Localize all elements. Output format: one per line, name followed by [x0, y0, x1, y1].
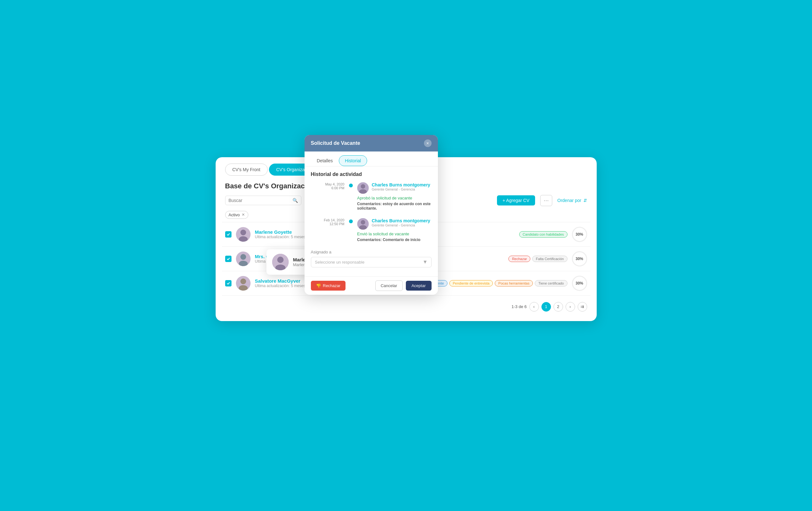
pagination-summary: 1-3 de 6 [512, 304, 527, 309]
badge-candidate: Candidato con habilidades [519, 231, 568, 237]
timeline-avatar-img [357, 182, 369, 194]
badges: Rechazar Falta Certificación [509, 256, 567, 262]
page-prev-start[interactable]: ‹ [529, 302, 539, 312]
sort-icon: ⇵ [583, 198, 587, 203]
search-icon[interactable]: 🔍 [292, 198, 298, 203]
cv-avatar [236, 276, 251, 291]
cv-avatar [236, 227, 251, 242]
svg-point-3 [239, 261, 248, 266]
check-icon [226, 281, 230, 285]
page-last[interactable]: ⇉ [578, 302, 587, 312]
timeline-date-col: May 4, 2020 6:00 PM [316, 182, 345, 210]
search-box[interactable]: 🔍 [225, 196, 301, 205]
percent-circle: 30% [572, 251, 587, 266]
timeline-person: Charles Burns montgomery Gerente General… [357, 218, 432, 230]
modal-body: Historial de actividad May 4, 2020 6:00 … [304, 166, 438, 276]
history-title: Historial de actividad [311, 171, 432, 177]
timeline-item: May 4, 2020 6:00 PM [316, 182, 432, 210]
timeline-person-role: Gerente General - Gerencia [372, 223, 430, 227]
timeline-content: Charles Burns montgomery Gerente General… [357, 218, 432, 242]
badge-reject: Rechazar [509, 256, 530, 262]
more-options-button[interactable]: ⋯ [540, 195, 552, 206]
avatar-silhouette [236, 252, 251, 266]
modal-title: Solicitud de Vacante [311, 140, 360, 146]
page-2[interactable]: 2 [553, 302, 563, 312]
timeline-time: 12:50 PM [319, 222, 345, 226]
timeline-comment: Comentarios: estoy de acuerdo con este s… [357, 202, 432, 210]
check-icon [226, 257, 230, 261]
page-next[interactable]: › [566, 302, 575, 312]
pagination: 1-3 de 6 ‹ 1 2 › ⇉ [215, 296, 597, 312]
percent-circle: 30% [572, 227, 587, 242]
timeline-person-role: Gerente General - Gerencia [372, 188, 430, 191]
order-by-button[interactable]: Ordenar por ⇵ [557, 198, 587, 203]
row-checkbox[interactable] [225, 280, 232, 286]
accept-button[interactable]: Aceptar [406, 281, 432, 291]
search-input[interactable] [229, 198, 290, 203]
badge-tools: Pocas herramientas [495, 280, 533, 286]
remove-filter-icon[interactable]: ✕ [242, 212, 245, 217]
svg-point-0 [240, 230, 246, 235]
cv-avatar [236, 252, 251, 266]
thumbs-down-icon: 👎 [316, 283, 321, 288]
svg-point-5 [239, 285, 248, 291]
badges: Candidato con habilidades [519, 231, 568, 237]
timeline-person: Charles Burns montgomery Gerente General… [357, 182, 432, 194]
assigned-label: Asignado a [311, 250, 432, 254]
row-checkbox[interactable] [225, 231, 232, 237]
svg-point-7 [277, 257, 284, 263]
modal-footer: 👎 Rechazar Cancelar Aceptar [304, 276, 438, 295]
page-1[interactable]: 1 [542, 302, 551, 312]
modal-tabs: Detalles Historial [304, 151, 438, 166]
modal-header: Solicitud de Vacante × [304, 135, 438, 151]
badge-cert: Tiene certificado [535, 280, 567, 286]
timeline-item: Feb 14, 2020 12:50 PM [316, 218, 432, 242]
tooltip-avatar [272, 254, 289, 270]
avatar-silhouette [236, 276, 251, 291]
timeline-avatar-img [357, 218, 369, 230]
assigned-section: Asignado a Seleccione un responsable ▼ [311, 250, 432, 271]
svg-point-13 [361, 220, 365, 225]
modal-overlay: Solicitud de Vacante × Detalles Historia… [304, 135, 438, 295]
timeline-person-info: Charles Burns montgomery Gerente General… [372, 182, 430, 191]
timeline-date-col: Feb 14, 2020 12:50 PM [316, 218, 345, 242]
timeline-time: 6:00 PM [319, 186, 345, 190]
timeline-person-info: Charles Burns montgomery Gerente General… [372, 218, 430, 227]
badge-cert: Falta Certificación [532, 256, 567, 262]
svg-point-10 [361, 184, 365, 189]
modal-tab-details[interactable]: Detalles [311, 155, 339, 166]
svg-point-1 [239, 236, 248, 242]
tab-my-front[interactable]: CV's My Front [225, 164, 268, 176]
responsible-select[interactable]: Seleccione un responsable [311, 257, 432, 267]
modal-close-button[interactable]: × [424, 139, 432, 147]
percent-circle: 30% [572, 276, 587, 291]
reject-button[interactable]: 👎 Rechazar [311, 281, 346, 291]
timeline-person-name: Charles Burns montgomery [372, 218, 430, 223]
tooltip-avatar-image [272, 254, 289, 270]
timeline-avatar [357, 218, 369, 230]
badge-interview: Pendiente de entrevista [450, 280, 493, 286]
timeline-comment: Comentarios: Comentario de inicio [357, 237, 432, 242]
svg-point-4 [240, 279, 246, 284]
avatar-silhouette [236, 227, 251, 242]
timeline-content: Charles Burns montgomery Gerente General… [357, 182, 432, 210]
check-icon [226, 232, 230, 236]
row-checkbox[interactable] [225, 256, 232, 262]
add-cv-button[interactable]: + Agregar CV [497, 195, 535, 205]
timeline-person-name: Charles Burns montgomery [372, 182, 430, 188]
modal-tab-history[interactable]: Historial [339, 155, 367, 166]
select-wrapper: Seleccione un responsable ▼ [311, 257, 432, 267]
timeline-date: May 4, 2020 [319, 182, 345, 186]
cancel-button[interactable]: Cancelar [375, 280, 403, 291]
timeline-dot [349, 220, 353, 223]
timeline: May 4, 2020 6:00 PM [311, 182, 432, 242]
svg-point-2 [240, 254, 246, 260]
timeline-action: Envió la solicitud de vacante [357, 231, 432, 236]
timeline-date: Feb 14, 2020 [319, 218, 345, 222]
timeline-dot [349, 183, 353, 188]
timeline-avatar [357, 182, 369, 194]
filter-tag-activo: Activo ✕ [225, 211, 248, 219]
timeline-action: Aprobó la solicitud de vacante [357, 196, 432, 200]
right-actions: + Agregar CV ⋯ Ordenar por ⇵ [497, 195, 587, 206]
